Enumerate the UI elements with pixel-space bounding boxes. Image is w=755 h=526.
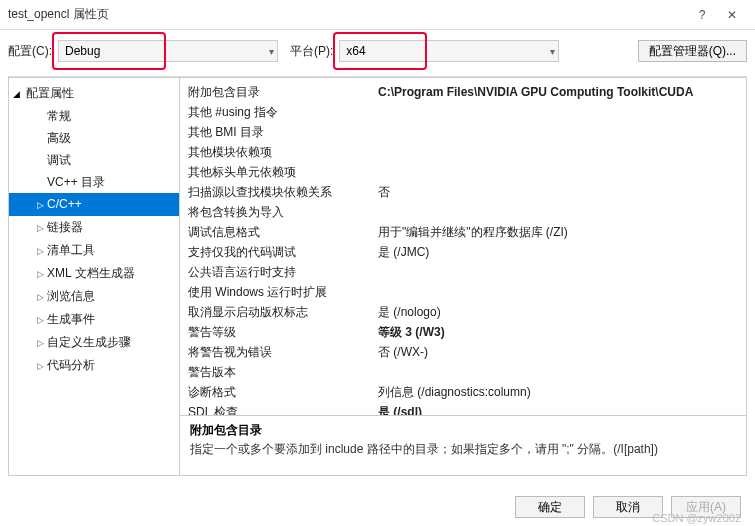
property-label: 扫描源以查找模块依赖关系 <box>188 182 378 202</box>
tree-item-label: 代码分析 <box>47 358 95 372</box>
close-button[interactable]: ✕ <box>717 8 747 22</box>
triangle-right-icon: ▷ <box>37 357 47 375</box>
tree-root-label: 配置属性 <box>26 86 74 100</box>
watermark: CSDN @zyw2002 <box>652 512 741 524</box>
property-label: 其他 BMI 目录 <box>188 122 378 142</box>
tree-item[interactable]: ▷代码分析 <box>9 354 179 377</box>
property-label: 其他 #using 指令 <box>188 102 378 122</box>
tree-item[interactable]: 常规 <box>9 105 179 127</box>
property-value: 否 (/WX-) <box>378 342 738 362</box>
property-value <box>378 282 738 302</box>
property-row[interactable]: 扫描源以查找模块依赖关系否 <box>188 182 738 202</box>
main-area: ◢ 配置属性 常规高级调试VC++ 目录▷C/C++▷链接器▷清单工具▷XML … <box>8 76 747 476</box>
tree-item[interactable]: ▷浏览信息 <box>9 285 179 308</box>
tree-item-label: 调试 <box>47 153 71 167</box>
property-row[interactable]: 警告等级等级 3 (/W3) <box>188 322 738 342</box>
help-button[interactable]: ? <box>687 8 717 22</box>
property-value: 用于"编辑并继续"的程序数据库 (/ZI) <box>378 222 738 242</box>
property-row[interactable]: 其他 BMI 目录 <box>188 122 738 142</box>
property-value <box>378 102 738 122</box>
triangle-right-icon: ▷ <box>37 334 47 352</box>
property-row[interactable]: 其他标头单元依赖项 <box>188 162 738 182</box>
property-label: 使用 Windows 运行时扩展 <box>188 282 378 302</box>
platform-label: 平台(P): <box>290 43 333 60</box>
property-label: 将包含转换为导入 <box>188 202 378 222</box>
property-value: C:\Program Files\NVIDIA GPU Computing To… <box>378 82 738 102</box>
triangle-down-icon: ◢ <box>13 85 23 103</box>
tree-item-label: 生成事件 <box>47 312 95 326</box>
tree-item-label: 自定义生成步骤 <box>47 335 131 349</box>
tree-item-label: 清单工具 <box>47 243 95 257</box>
property-label: 其他标头单元依赖项 <box>188 162 378 182</box>
property-row[interactable]: SDL 检查是 (/sdl) <box>188 402 738 415</box>
property-value: 是 (/sdl) <box>378 402 738 415</box>
triangle-right-icon: ▷ <box>37 219 47 237</box>
properties-panel: 附加包含目录C:\Program Files\NVIDIA GPU Comput… <box>180 77 747 476</box>
tree-item-label: VC++ 目录 <box>47 175 105 189</box>
property-row[interactable]: 警告版本 <box>188 362 738 382</box>
config-input[interactable] <box>58 40 278 62</box>
property-label: 公共语言运行时支持 <box>188 262 378 282</box>
tree-item[interactable]: ▷链接器 <box>9 216 179 239</box>
tree-item-label: XML 文档生成器 <box>47 266 135 280</box>
property-value: 否 <box>378 182 738 202</box>
description-text: 指定一个或多个要添加到 include 路径中的目录；如果指定多个，请用 ";"… <box>190 441 736 458</box>
description-panel: 附加包含目录 指定一个或多个要添加到 include 路径中的目录；如果指定多个… <box>180 415 746 475</box>
property-label: 诊断格式 <box>188 382 378 402</box>
property-value <box>378 262 738 282</box>
property-row[interactable]: 使用 Windows 运行时扩展 <box>188 282 738 302</box>
property-row[interactable]: 将包含转换为导入 <box>188 202 738 222</box>
tree-item[interactable]: VC++ 目录 <box>9 171 179 193</box>
toolbar: 配置(C): ▾ 平台(P): ▾ 配置管理器(Q)... <box>0 30 755 76</box>
property-label: 将警告视为错误 <box>188 342 378 362</box>
tree-item[interactable]: ▷XML 文档生成器 <box>9 262 179 285</box>
property-label: SDL 检查 <box>188 402 378 415</box>
tree-item-label: 高级 <box>47 131 71 145</box>
tree-item[interactable]: 高级 <box>9 127 179 149</box>
ok-button[interactable]: 确定 <box>515 496 585 518</box>
property-row[interactable]: 支持仅我的代码调试是 (/JMC) <box>188 242 738 262</box>
property-value <box>378 202 738 222</box>
property-value <box>378 122 738 142</box>
property-row[interactable]: 调试信息格式用于"编辑并继续"的程序数据库 (/ZI) <box>188 222 738 242</box>
tree-item-label: 常规 <box>47 109 71 123</box>
tree-item[interactable]: ▷清单工具 <box>9 239 179 262</box>
tree-item[interactable]: ▷自定义生成步骤 <box>9 331 179 354</box>
property-value <box>378 162 738 182</box>
property-row[interactable]: 诊断格式列信息 (/diagnostics:column) <box>188 382 738 402</box>
tree-item-label: C/C++ <box>47 197 82 211</box>
tree-item-label: 浏览信息 <box>47 289 95 303</box>
property-label: 调试信息格式 <box>188 222 378 242</box>
property-value: 是 (/JMC) <box>378 242 738 262</box>
tree-item[interactable]: 调试 <box>9 149 179 171</box>
description-title: 附加包含目录 <box>190 422 736 439</box>
property-row[interactable]: 附加包含目录C:\Program Files\NVIDIA GPU Comput… <box>188 82 738 102</box>
triangle-right-icon: ▷ <box>37 288 47 306</box>
triangle-right-icon: ▷ <box>37 242 47 260</box>
property-label: 附加包含目录 <box>188 82 378 102</box>
property-value: 等级 3 (/W3) <box>378 322 738 342</box>
property-row[interactable]: 公共语言运行时支持 <box>188 262 738 282</box>
triangle-right-icon: ▷ <box>37 265 47 283</box>
property-row[interactable]: 取消显示启动版权标志是 (/nologo) <box>188 302 738 322</box>
tree-root[interactable]: ◢ 配置属性 <box>9 82 179 105</box>
config-label: 配置(C): <box>8 43 52 60</box>
platform-input[interactable] <box>339 40 559 62</box>
property-value: 列信息 (/diagnostics:column) <box>378 382 738 402</box>
property-label: 警告版本 <box>188 362 378 382</box>
property-value: 是 (/nologo) <box>378 302 738 322</box>
tree-item[interactable]: ▷生成事件 <box>9 308 179 331</box>
property-row[interactable]: 将警告视为错误否 (/WX-) <box>188 342 738 362</box>
property-label: 其他模块依赖项 <box>188 142 378 162</box>
property-label: 支持仅我的代码调试 <box>188 242 378 262</box>
tree-view[interactable]: ◢ 配置属性 常规高级调试VC++ 目录▷C/C++▷链接器▷清单工具▷XML … <box>8 77 180 476</box>
triangle-right-icon: ▷ <box>37 196 47 214</box>
tree-item[interactable]: ▷C/C++ <box>9 193 179 216</box>
config-combo[interactable]: ▾ <box>58 40 278 62</box>
config-manager-button[interactable]: 配置管理器(Q)... <box>638 40 747 62</box>
property-row[interactable]: 其他模块依赖项 <box>188 142 738 162</box>
triangle-right-icon: ▷ <box>37 311 47 329</box>
platform-combo[interactable]: ▾ <box>339 40 559 62</box>
properties-grid[interactable]: 附加包含目录C:\Program Files\NVIDIA GPU Comput… <box>180 78 746 415</box>
property-row[interactable]: 其他 #using 指令 <box>188 102 738 122</box>
